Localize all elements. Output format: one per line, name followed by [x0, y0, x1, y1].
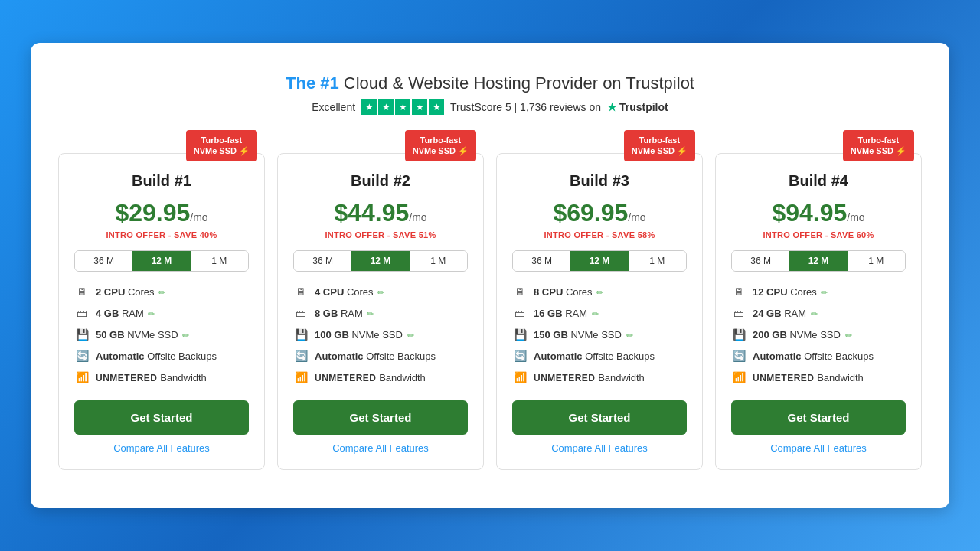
- ram-text-1: 4 GB RAM ✏: [96, 308, 155, 319]
- bandwidth-icon-2: 📶: [293, 370, 309, 385]
- compare-link-4[interactable]: Compare All Features: [731, 442, 906, 454]
- term-btn-4-0[interactable]: 36 M: [732, 251, 789, 271]
- feature-cpu-2: 🖥 4 CPU Cores ✏: [293, 284, 468, 299]
- price-period-2: /mo: [409, 211, 426, 223]
- term-btn-4-1[interactable]: 12 M: [789, 251, 847, 271]
- star-3: ★: [395, 99, 410, 115]
- term-btn-2-2[interactable]: 1 M: [410, 251, 467, 271]
- ram-edit-1[interactable]: ✏: [148, 309, 155, 318]
- star-4: ★: [412, 99, 427, 115]
- backups-icon-4: 🔄: [731, 348, 746, 364]
- plan-wrapper-2: Turbo-fastNVMe SSD ⚡ Build #2 $44.95/mo …: [277, 138, 484, 470]
- page-title: The #1 Cloud & Website Hosting Provider …: [54, 73, 926, 93]
- main-container: The #1 Cloud & Website Hosting Provider …: [31, 43, 949, 508]
- page-header: The #1 Cloud & Website Hosting Provider …: [54, 73, 926, 115]
- cpu-text-4: 12 CPU Cores ✏: [753, 286, 828, 298]
- intro-offer-3: INTRO OFFER - SAVE 58%: [512, 230, 687, 240]
- cpu-text-1: 2 CPU Cores ✏: [96, 286, 165, 298]
- intro-offer-2: INTRO OFFER - SAVE 51%: [293, 230, 468, 240]
- term-btn-2-1[interactable]: 12 M: [351, 251, 409, 271]
- price-amount-3: $69.95: [553, 199, 628, 227]
- plan-card-3: Build #3 $69.95/mo INTRO OFFER - SAVE 58…: [496, 153, 703, 470]
- ram-icon-2: 🗃: [293, 305, 309, 321]
- cpu-edit-1[interactable]: ✏: [158, 288, 165, 297]
- term-btn-4-2[interactable]: 1 M: [848, 251, 905, 271]
- feature-bandwidth-1: 📶 UNMETERED Bandwidth: [74, 370, 249, 385]
- trustpilot-logo-star: ★: [607, 101, 617, 113]
- plan-name-2: Build #2: [293, 172, 468, 190]
- price-amount-4: $94.95: [772, 199, 847, 227]
- cpu-edit-4[interactable]: ✏: [821, 288, 828, 297]
- storage-edit-2[interactable]: ✏: [407, 331, 414, 340]
- storage-edit-4[interactable]: ✏: [845, 331, 852, 340]
- cpu-edit-2[interactable]: ✏: [377, 288, 384, 297]
- trustpilot-row: Excellent ★ ★ ★ ★ ★ TrustScore 5 | 1,736…: [54, 99, 926, 115]
- feature-bandwidth-2: 📶 UNMETERED Bandwidth: [293, 370, 468, 385]
- plan-wrapper-3: Turbo-fastNVMe SSD ⚡ Build #3 $69.95/mo …: [496, 138, 703, 470]
- plan-name-4: Build #4: [731, 172, 906, 190]
- compare-link-3[interactable]: Compare All Features: [512, 442, 687, 454]
- get-started-btn-3[interactable]: Get Started: [512, 400, 687, 435]
- cpu-text-3: 8 CPU Cores ✏: [534, 286, 603, 298]
- title-highlight: The #1: [286, 73, 339, 93]
- term-btn-1-1[interactable]: 12 M: [132, 251, 190, 271]
- price-period-3: /mo: [628, 211, 645, 223]
- term-btn-2-0[interactable]: 36 M: [294, 251, 351, 271]
- term-buttons-2: 36 M12 M1 M: [293, 250, 468, 272]
- storage-icon-4: 💾: [731, 327, 746, 342]
- compare-link-2[interactable]: Compare All Features: [293, 442, 468, 454]
- feature-storage-4: 💾 200 GB NVMe SSD ✏: [731, 327, 906, 342]
- plan-card-4: Build #4 $94.95/mo INTRO OFFER - SAVE 60…: [715, 153, 922, 470]
- feature-storage-2: 💾 100 GB NVMe SSD ✏: [293, 327, 468, 342]
- feature-cpu-3: 🖥 8 CPU Cores ✏: [512, 284, 687, 299]
- term-btn-3-2[interactable]: 1 M: [629, 251, 686, 271]
- get-started-btn-4[interactable]: Get Started: [731, 400, 906, 435]
- term-buttons-3: 36 M12 M1 M: [512, 250, 687, 272]
- features-list-1: 🖥 2 CPU Cores ✏ 🗃 4 GB RAM ✏ 💾 50 GB NVM…: [74, 284, 249, 385]
- price-amount-1: $29.95: [115, 199, 190, 227]
- plan-name-1: Build #1: [74, 172, 249, 190]
- get-started-btn-2[interactable]: Get Started: [293, 400, 468, 435]
- get-started-btn-1[interactable]: Get Started: [74, 400, 249, 435]
- turbo-badge-2: Turbo-fastNVMe SSD ⚡: [405, 130, 476, 161]
- plans-row: Turbo-fastNVMe SSD ⚡ Build #1 $29.95/mo …: [54, 138, 926, 470]
- bandwidth-icon-1: 📶: [74, 370, 90, 385]
- storage-edit-1[interactable]: ✏: [182, 331, 189, 340]
- feature-backups-3: 🔄 Automatic Offsite Backups: [512, 348, 687, 364]
- price-period-4: /mo: [847, 211, 864, 223]
- backups-icon-1: 🔄: [74, 348, 90, 364]
- ram-edit-3[interactable]: ✏: [592, 309, 599, 318]
- feature-bandwidth-4: 📶 UNMETERED Bandwidth: [731, 370, 906, 385]
- feature-ram-4: 🗃 24 GB RAM ✏: [731, 305, 906, 321]
- cpu-icon-2: 🖥: [293, 284, 309, 299]
- term-buttons-1: 36 M12 M1 M: [74, 250, 249, 272]
- bandwidth-text-1: UNMETERED Bandwidth: [96, 372, 207, 383]
- cpu-edit-3[interactable]: ✏: [596, 288, 603, 297]
- term-btn-1-2[interactable]: 1 M: [191, 251, 248, 271]
- plan-card-2: Build #2 $44.95/mo INTRO OFFER - SAVE 51…: [277, 153, 484, 470]
- ram-edit-2[interactable]: ✏: [367, 309, 374, 318]
- ram-text-3: 16 GB RAM ✏: [534, 308, 599, 319]
- term-btn-3-1[interactable]: 12 M: [570, 251, 628, 271]
- ram-icon-4: 🗃: [731, 305, 746, 321]
- trustpilot-stars: ★ ★ ★ ★ ★: [361, 99, 444, 115]
- intro-offer-1: INTRO OFFER - SAVE 40%: [74, 230, 249, 240]
- storage-edit-3[interactable]: ✏: [626, 331, 633, 340]
- bandwidth-icon-3: 📶: [512, 370, 528, 385]
- turbo-badge-4: Turbo-fastNVMe SSD ⚡: [843, 130, 914, 161]
- compare-link-1[interactable]: Compare All Features: [74, 442, 249, 454]
- ram-edit-4[interactable]: ✏: [811, 309, 818, 318]
- trustpilot-score: TrustScore 5 | 1,736 reviews on: [450, 101, 601, 113]
- feature-ram-1: 🗃 4 GB RAM ✏: [74, 305, 249, 321]
- title-rest: Cloud & Website Hosting Provider on Trus…: [339, 73, 694, 93]
- term-btn-3-0[interactable]: 36 M: [513, 251, 570, 271]
- feature-bandwidth-3: 📶 UNMETERED Bandwidth: [512, 370, 687, 385]
- cpu-text-2: 4 CPU Cores ✏: [315, 286, 384, 298]
- plan-price-4: $94.95/mo: [731, 199, 906, 227]
- feature-storage-3: 💾 150 GB NVMe SSD ✏: [512, 327, 687, 342]
- star-1: ★: [361, 99, 377, 115]
- features-list-2: 🖥 4 CPU Cores ✏ 🗃 8 GB RAM ✏ 💾 100 GB NV…: [293, 284, 468, 385]
- price-amount-2: $44.95: [334, 199, 409, 227]
- plan-price-3: $69.95/mo: [512, 199, 687, 227]
- term-btn-1-0[interactable]: 36 M: [75, 251, 132, 271]
